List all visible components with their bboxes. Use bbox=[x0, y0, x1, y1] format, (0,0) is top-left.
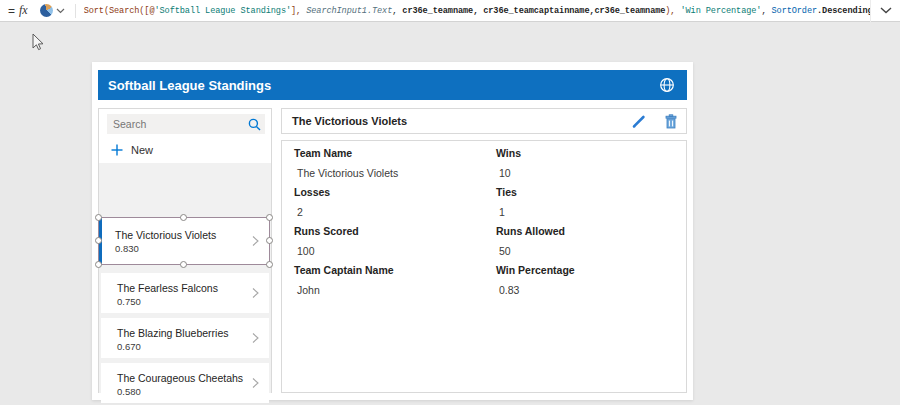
edit-button[interactable] bbox=[631, 114, 646, 129]
data-source-icon bbox=[40, 4, 53, 17]
detail-header: The Victorious Violets bbox=[281, 108, 687, 134]
form-field: Wins 10 bbox=[496, 147, 698, 186]
team-gallery-panel: New The Victorious Violets 0.830 bbox=[98, 108, 272, 393]
formula-token: cr36e_teamname, cr36e_teamcaptainname,cr… bbox=[402, 6, 665, 16]
trash-icon bbox=[664, 114, 678, 129]
chevron-right-icon bbox=[252, 288, 259, 299]
selection-handle[interactable] bbox=[180, 214, 187, 221]
form-grid: Team Name The Victorious Violets Wins 10… bbox=[282, 141, 686, 303]
formula-token: Sort(Search([@ bbox=[84, 6, 155, 16]
field-label: Runs Scored bbox=[294, 225, 496, 237]
field-value: The Victorious Violets bbox=[297, 167, 496, 179]
chevron-down-icon bbox=[880, 7, 892, 14]
formula-token: , bbox=[761, 6, 771, 16]
formula-context-button[interactable] bbox=[40, 4, 65, 17]
globe-icon[interactable] bbox=[659, 77, 675, 93]
field-value: 0.83 bbox=[499, 284, 698, 296]
fx-icon: fx bbox=[19, 3, 28, 18]
field-value: 1 bbox=[499, 206, 698, 218]
formula-token: SortOrder bbox=[772, 6, 818, 16]
field-label: Win Percentage bbox=[496, 264, 698, 276]
field-label: Ties bbox=[496, 186, 698, 198]
divider bbox=[75, 4, 76, 18]
formula-token: 'Softball League Standings' bbox=[155, 6, 292, 16]
field-label: Wins bbox=[496, 147, 698, 159]
selection-handle[interactable] bbox=[95, 261, 102, 268]
chevron-right-icon bbox=[252, 378, 259, 389]
field-label: Runs Allowed bbox=[496, 225, 698, 237]
field-label: Team Name bbox=[294, 147, 496, 159]
team-name: The Courageous Cheetahs bbox=[117, 372, 243, 384]
formula-bar-expand-button[interactable] bbox=[870, 0, 900, 22]
chevron-right-icon bbox=[252, 333, 259, 344]
gallery-items: The Victorious Violets 0.830 The Fearles… bbox=[99, 163, 271, 393]
form-field: Runs Allowed 50 bbox=[496, 225, 698, 264]
pencil-icon bbox=[631, 114, 646, 129]
team-win-pct: 0.750 bbox=[117, 296, 141, 307]
selection-handle[interactable] bbox=[95, 214, 102, 221]
mouse-cursor bbox=[30, 32, 44, 52]
field-value: 100 bbox=[297, 245, 496, 257]
form-field: Runs Scored 100 bbox=[294, 225, 496, 264]
formula-token: ], bbox=[291, 6, 306, 16]
list-item[interactable]: The Blazing Blueberries 0.670 bbox=[101, 318, 269, 358]
detail-form: Team Name The Victorious Violets Wins 10… bbox=[281, 140, 687, 393]
field-value: 2 bbox=[297, 206, 496, 218]
list-item[interactable]: The Courageous Cheetahs 0.580 bbox=[101, 363, 269, 403]
field-value: 50 bbox=[499, 245, 698, 257]
field-value: John bbox=[297, 284, 496, 296]
plus-icon bbox=[111, 144, 123, 156]
formula-token: , bbox=[392, 6, 402, 16]
selection-handle[interactable] bbox=[266, 237, 273, 244]
new-label: New bbox=[131, 144, 153, 156]
field-value: 10 bbox=[499, 167, 698, 179]
formula-token: SearchInput1.Text bbox=[306, 6, 392, 16]
delete-button[interactable] bbox=[664, 114, 678, 129]
field-label: Losses bbox=[294, 186, 496, 198]
team-win-pct: 0.670 bbox=[117, 341, 141, 352]
selection-handle[interactable] bbox=[266, 214, 273, 221]
formula-token: .Descending bbox=[817, 6, 870, 16]
selection-handle[interactable] bbox=[180, 261, 187, 268]
app-title: Softball League Standings bbox=[108, 78, 271, 93]
form-field: Losses 2 bbox=[294, 186, 496, 225]
app-header: Softball League Standings bbox=[98, 70, 687, 100]
team-name: The Victorious Violets bbox=[115, 229, 216, 241]
selection-handle[interactable] bbox=[95, 237, 102, 244]
form-field: Ties 1 bbox=[496, 186, 698, 225]
formula-input[interactable]: Sort(Search([@'Softball League Standings… bbox=[84, 6, 870, 16]
chevron-right-icon bbox=[252, 236, 259, 247]
team-name: The Blazing Blueberries bbox=[117, 327, 228, 339]
new-record-button[interactable]: New bbox=[111, 141, 153, 159]
powerapps-studio: = fx Sort(Search([@'Softball League Stan… bbox=[0, 0, 900, 405]
formula-token: 'Win Percentage' bbox=[680, 6, 761, 16]
detail-title: The Victorious Violets bbox=[292, 115, 407, 127]
selection-handle[interactable] bbox=[266, 261, 273, 268]
form-field: Team Captain Name John bbox=[294, 264, 496, 303]
list-item-selected[interactable]: The Victorious Violets 0.830 bbox=[99, 218, 269, 264]
form-field: Win Percentage 0.83 bbox=[496, 264, 698, 303]
formula-bar: = fx Sort(Search([@'Softball League Stan… bbox=[0, 0, 900, 22]
equals-sign: = bbox=[8, 4, 15, 18]
team-win-pct: 0.580 bbox=[117, 386, 141, 397]
field-label: Team Captain Name bbox=[294, 264, 496, 276]
list-item[interactable]: The Fearless Falcons 0.750 bbox=[101, 273, 269, 313]
team-win-pct: 0.830 bbox=[115, 243, 139, 254]
formula-token: ), bbox=[665, 6, 680, 16]
team-name: The Fearless Falcons bbox=[117, 282, 218, 294]
app-canvas: Softball League Standings New bbox=[92, 62, 693, 400]
search-icon bbox=[248, 118, 261, 131]
search-input[interactable] bbox=[107, 118, 248, 130]
detail-actions bbox=[631, 114, 678, 129]
form-field: Team Name The Victorious Violets bbox=[294, 147, 496, 186]
search-box[interactable] bbox=[107, 114, 265, 134]
chevron-down-icon bbox=[56, 8, 65, 14]
